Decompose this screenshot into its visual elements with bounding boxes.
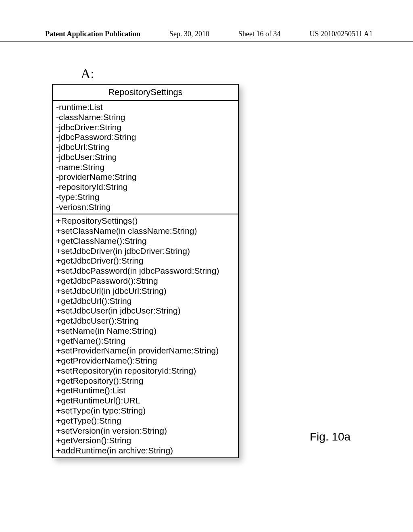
figure-label: Fig. 10a	[310, 430, 350, 443]
uml-operation: +setJdbcUser(in jdbcUser:String)	[56, 306, 235, 316]
uml-attribute: -jdbcUser:String	[56, 152, 235, 162]
uml-attributes-section: -runtime:List-className:String-jdbcDrive…	[53, 101, 238, 214]
uml-operation: +getType():String	[56, 416, 235, 426]
uml-operation: +getRepository():String	[56, 376, 235, 386]
uml-operation: +setName(in Name:String)	[56, 326, 235, 336]
uml-attribute: -runtime:List	[56, 102, 235, 112]
uml-attribute: -jdbcDriver:String	[56, 123, 235, 133]
uml-attribute: -jdbcUrl:String	[56, 142, 235, 152]
uml-operation: +getRuntimeUrl():URL	[56, 396, 235, 406]
uml-operation: +addRuntime(in archive:String)	[56, 446, 235, 456]
uml-operation: +getJdbcUser():String	[56, 316, 235, 326]
uml-operation: +setJdbcPassword(in jdbcPassword:String)	[56, 266, 235, 276]
uml-attribute: -repositoryId:String	[56, 182, 235, 192]
uml-operation: +setVersion(in version:String)	[56, 426, 235, 436]
uml-operation: +getJdbcDriver():String	[56, 256, 235, 266]
header-sheet: Sheet 16 of 34	[238, 30, 280, 38]
uml-operations-section: +RepositorySettings()+setClassName(in cl…	[53, 214, 238, 457]
uml-attribute: -type:String	[56, 192, 235, 202]
uml-operation: +getJdbcPassword():String	[56, 276, 235, 286]
page-header: Patent Application Publication Sep. 30, …	[0, 30, 413, 42]
uml-operation: +setJdbcDriver(in jdbcDriver:String)	[56, 246, 235, 256]
header-date: Sep. 30, 2010	[169, 30, 209, 38]
uml-operation: +setRepository(in repositoryId:String)	[56, 366, 235, 376]
uml-operation: +getProviderName():String	[56, 356, 235, 366]
uml-operation: +setType(in type:String)	[56, 406, 235, 416]
uml-operation: +getVersion():String	[56, 436, 235, 446]
uml-operation: +setClassName(in className:String)	[56, 226, 235, 236]
uml-attribute: -className:String	[56, 112, 235, 123]
uml-attribute: -veriosn:String	[56, 202, 235, 212]
uml-operation: +getRuntime():List	[56, 386, 235, 396]
uml-class-name: RepositorySettings	[53, 85, 238, 101]
header-id: US 2010/0250511 A1	[310, 30, 373, 38]
uml-operation: +RepositorySettings()	[56, 216, 235, 226]
uml-operation: +getName():String	[56, 336, 235, 346]
uml-operation: +setProviderName(in providerName:String)	[56, 346, 235, 356]
uml-operation: +getJdbcUrl():String	[56, 296, 235, 306]
uml-attribute: -providerName:String	[56, 172, 235, 182]
uml-attribute: -jdbcPassword:String	[56, 132, 235, 142]
uml-class-box: RepositorySettings -runtime:List-classNa…	[52, 84, 239, 458]
uml-operation: +setJdbcUrl(in jdbcUrl:String)	[56, 286, 235, 296]
header-left: Patent Application Publication	[45, 30, 140, 38]
uml-attribute: -name:String	[56, 162, 235, 172]
uml-operation: +getClassName():String	[56, 236, 235, 246]
diagram-label-a: A:	[81, 66, 94, 81]
